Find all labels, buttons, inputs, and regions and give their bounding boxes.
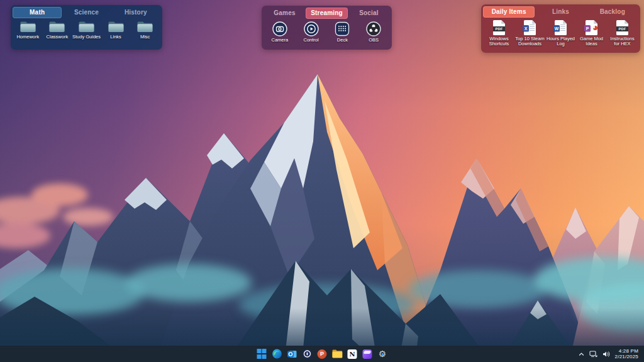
powerpoint-badge: P xyxy=(584,25,591,31)
folder-label: Misc xyxy=(140,35,150,40)
fence-daily-tabs: Daily Items Links Backlog xyxy=(481,4,640,18)
clock-time: 4:28 PM xyxy=(619,348,638,354)
settings-button[interactable]: ⚙ xyxy=(377,349,388,359)
file-windows-shortcuts[interactable]: PDF Windows Shortcuts xyxy=(484,20,514,47)
clock-date: 2/21/2025 xyxy=(615,354,638,360)
desktop-folder-study-guides[interactable]: Study Guides xyxy=(72,21,101,40)
wallpaper-mountains xyxy=(0,0,644,362)
desktop-folder-misc[interactable]: Misc xyxy=(130,21,160,40)
desktop: Math Science History Homework Classwork xyxy=(0,0,644,362)
word-badge: W xyxy=(553,25,560,31)
taskbar-pinned-icons: P N ⚙ xyxy=(257,346,388,362)
folder-label: Homework xyxy=(16,35,39,40)
tab-games[interactable]: Games xyxy=(264,8,306,19)
file-instructions-for-hex[interactable]: PDF Instructions for HEX xyxy=(608,20,637,47)
shortcut-deck[interactable]: Deck xyxy=(328,21,357,43)
desktop-folder-classwork[interactable]: Classwork xyxy=(43,21,72,40)
powerpoint-icon: P xyxy=(318,349,327,359)
tab-links[interactable]: Links xyxy=(535,6,586,18)
edge-icon xyxy=(272,349,282,359)
onepassword-button[interactable] xyxy=(302,349,313,359)
pie-chart-glyph xyxy=(593,26,597,30)
tab-math[interactable]: Math xyxy=(13,7,62,18)
tab-science[interactable]: Science xyxy=(62,7,111,18)
folder-label: Classwork xyxy=(47,35,69,40)
powerpoint-button[interactable]: P xyxy=(317,349,328,359)
camera-icon xyxy=(272,21,287,36)
obs-icon xyxy=(366,21,381,36)
clipchamp-button[interactable] xyxy=(362,349,373,359)
taskbar-clock[interactable]: 4:28 PM 2/21/2025 xyxy=(615,348,638,360)
powerpoint-file-icon: P xyxy=(586,20,597,35)
notion-button[interactable]: N xyxy=(347,349,358,359)
taskbar: P N ⚙ xyxy=(0,346,644,362)
tab-social[interactable]: Social xyxy=(348,8,390,19)
network-icon[interactable] xyxy=(589,351,597,358)
folder-icon xyxy=(19,21,36,33)
tab-backlog[interactable]: Backlog xyxy=(587,6,638,18)
pdf-file-icon: PDF xyxy=(493,20,505,35)
file-game-mod-ideas[interactable]: P Game Mod Ideas xyxy=(577,20,606,47)
desktop-folder-homework[interactable]: Homework xyxy=(13,21,43,40)
volume-icon[interactable] xyxy=(602,351,610,358)
folder-label: Study Guides xyxy=(72,35,101,40)
folder-icon xyxy=(136,21,153,33)
file-hours-played-log[interactable]: W Hours Played Log xyxy=(546,20,575,47)
file-label: Hours Played Log xyxy=(546,36,575,47)
shortcut-label: OBS xyxy=(369,38,379,43)
file-top10-steam-downloads[interactable]: X Top 10 Steam Downloads xyxy=(515,20,545,47)
tab-daily-items[interactable]: Daily Items xyxy=(483,6,535,18)
file-label: Game Mod Ideas xyxy=(577,36,606,47)
shortcut-label: Control xyxy=(304,38,319,43)
shortcut-label: Camera xyxy=(272,38,289,43)
1password-icon xyxy=(302,349,312,359)
folder-icon xyxy=(78,21,95,33)
tab-streaming[interactable]: Streaming xyxy=(306,8,348,19)
file-label: Instructions for HEX xyxy=(608,36,637,47)
shortcut-obs[interactable]: OBS xyxy=(359,21,389,43)
excel-file-icon: X xyxy=(524,20,536,35)
edge-browser-button[interactable] xyxy=(272,349,282,359)
fence-school: Math Science History Homework Classwork xyxy=(11,5,162,50)
shortcut-label: Deck xyxy=(337,38,348,43)
excel-badge: X xyxy=(523,25,529,31)
file-label: Windows Shortcuts xyxy=(484,36,514,47)
system-tray: 4:28 PM 2/21/2025 xyxy=(579,348,644,360)
desktop-folder-links[interactable]: Links xyxy=(101,21,131,40)
shortcut-camera[interactable]: Camera xyxy=(265,21,294,43)
file-explorer-button[interactable] xyxy=(332,349,343,359)
folder-icon xyxy=(108,21,125,33)
outlook-button[interactable] xyxy=(287,349,297,359)
gear-icon: ⚙ xyxy=(379,349,387,359)
pdf-badge: PDF xyxy=(616,26,628,31)
folder-icon xyxy=(48,21,65,33)
shortcut-control[interactable]: Control xyxy=(296,21,326,43)
tray-chevron-up-icon[interactable] xyxy=(579,351,584,357)
pdf-badge: PDF xyxy=(493,26,505,31)
file-explorer-icon xyxy=(332,349,343,358)
word-file-icon: W xyxy=(555,20,567,35)
fence-school-tabs: Math Science History xyxy=(11,5,162,18)
tab-history[interactable]: History xyxy=(111,7,160,18)
stream-deck-icon xyxy=(335,21,350,36)
windows-logo-icon xyxy=(257,349,267,359)
mountain-sunset-wallpaper xyxy=(0,0,644,362)
folder-label: Links xyxy=(110,35,121,40)
fence-daily: Daily Items Links Backlog PDF Windows Sh… xyxy=(481,4,640,53)
fence-streaming: Games Streaming Social Camera Control xyxy=(262,6,392,50)
start-button[interactable] xyxy=(257,349,267,359)
control-center-icon xyxy=(304,21,319,36)
outlook-icon xyxy=(287,349,297,359)
clipchamp-icon xyxy=(363,349,372,359)
pdf-file-icon: PDF xyxy=(616,20,628,35)
file-label: Top 10 Steam Downloads xyxy=(515,36,545,47)
fence-streaming-tabs: Games Streaming Social xyxy=(262,6,392,19)
notion-icon: N xyxy=(348,349,357,359)
